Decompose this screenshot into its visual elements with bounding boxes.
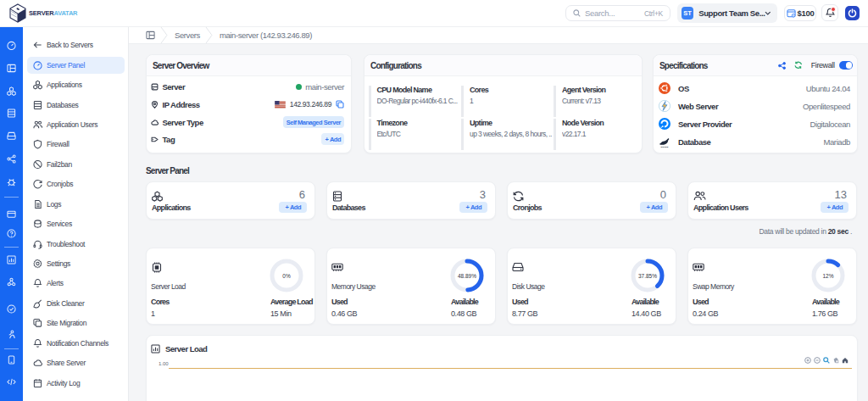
svg-text:MariaDB: MariaDB <box>661 146 669 148</box>
